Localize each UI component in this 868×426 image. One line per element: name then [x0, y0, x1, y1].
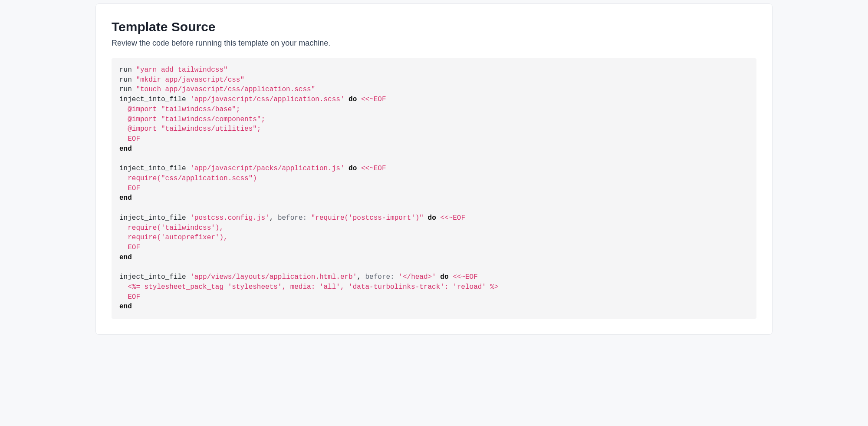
template-source-card: Template Source Review the code before r…: [95, 3, 773, 335]
template-source-code[interactable]: run "yarn add tailwindcss" run "mkdir ap…: [112, 58, 756, 319]
page-subtitle: Review the code before running this temp…: [112, 39, 756, 48]
page-title: Template Source: [112, 20, 756, 34]
